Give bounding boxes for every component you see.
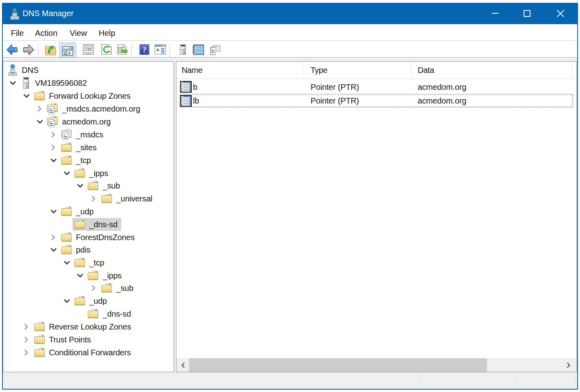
svg-text:?: ? [143, 46, 147, 54]
